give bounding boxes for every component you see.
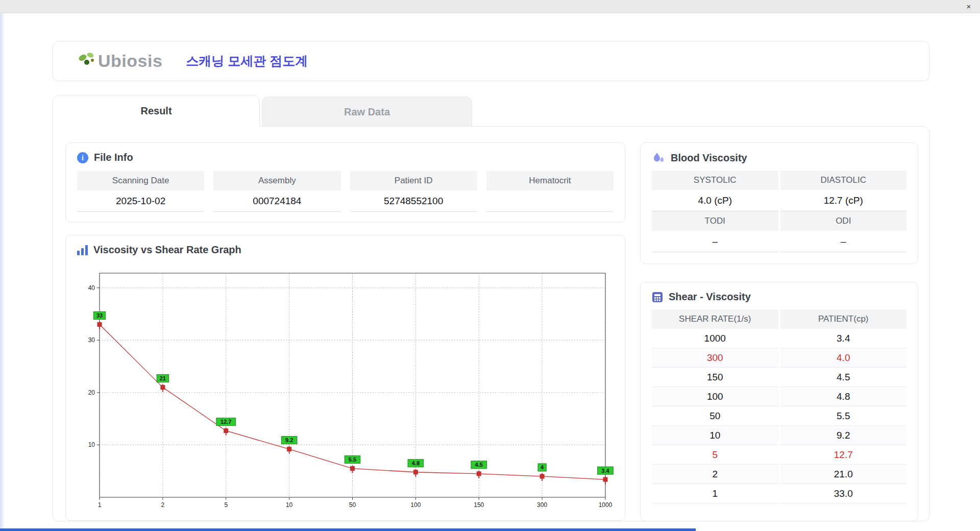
column-patient: PATIENT(cp) — [780, 309, 907, 329]
svg-text:3.4: 3.4 — [601, 468, 609, 474]
svg-text:4.8: 4.8 — [412, 460, 420, 466]
svg-text:30: 30 — [88, 336, 95, 344]
svg-text:300: 300 — [537, 501, 547, 509]
patient-cell: 4.5 — [780, 368, 907, 387]
tab-result[interactable]: Result — [53, 95, 260, 127]
svg-text:2: 2 — [161, 501, 165, 509]
svg-text:9.2: 9.2 — [285, 437, 293, 443]
shear-viscosity-title: Shear - Viscosity — [669, 291, 751, 303]
table-row: 1 33.0 — [652, 484, 906, 503]
shear-rate-cell: 5 — [652, 445, 778, 465]
close-button[interactable]: × — [962, 0, 976, 13]
shear-rate-cell: 10 — [652, 426, 778, 445]
shear-viscosity-header: Shear - Viscosity — [641, 282, 918, 307]
field-scanning-date: Scanning Date 2025-10-02 — [77, 171, 204, 212]
table-row: 2 21.0 — [652, 465, 906, 484]
svg-text:5: 5 — [224, 501, 228, 509]
graph-card: Viscosity vs Shear Rate Graph 1251050100… — [65, 235, 625, 521]
shear-table-body: 1000 3.4 300 4.0 150 4.5 100 4.8 50 5.5 … — [652, 329, 906, 503]
field-value: 52748552100 — [350, 190, 477, 212]
shear-rate-cell: 150 — [652, 368, 778, 387]
table-row: 10 9.2 — [652, 426, 906, 445]
shear-rate-cell: 1 — [652, 484, 778, 503]
logo-leaf-icon — [77, 51, 100, 71]
svg-text:21: 21 — [160, 375, 166, 381]
shear-rate-cell: 300 — [652, 348, 778, 368]
svg-text:1000: 1000 — [599, 501, 612, 509]
graph-title: Viscosity vs Shear Rate Graph — [93, 244, 241, 256]
bv-value-todi: – — [652, 231, 778, 252]
window-bottom-edge — [0, 528, 696, 531]
ubiosis-logo: Ubiosis — [77, 51, 162, 71]
svg-text:4: 4 — [541, 464, 544, 470]
field-label: Assembly — [213, 171, 340, 190]
table-row: 300 4.0 — [652, 348, 906, 368]
app-title: 스캐닝 모세관 점도계 — [186, 53, 308, 69]
shear-viscosity-card: Shear - Viscosity SHEAR RATE(1/s) PATIEN… — [640, 282, 918, 521]
blood-viscosity-card: Blood Viscosity SYSTOLIC DIASTOLIC 4.0 (… — [640, 142, 918, 264]
table-row: 150 4.5 — [652, 368, 906, 387]
bv-value-systolic: 4.0 (cP) — [652, 190, 778, 211]
bv-value-odi: – — [780, 231, 907, 252]
tab-result-label: Result — [140, 105, 172, 117]
svg-text:50: 50 — [349, 501, 356, 509]
tab-raw-data[interactable]: Raw Data — [262, 96, 472, 127]
bv-header-todi: TODI — [652, 211, 778, 231]
bv-header-odi: ODI — [780, 211, 907, 231]
svg-text:40: 40 — [88, 284, 95, 292]
file-info-title: File Info — [94, 152, 133, 163]
shear-rate-cell: 1000 — [652, 329, 778, 348]
droplet-icon — [652, 152, 665, 164]
tab-raw-data-label: Raw Data — [344, 106, 390, 118]
patient-cell: 12.7 — [780, 445, 907, 465]
file-info-fields: Scanning Date 2025-10-02 Assembly 000724… — [77, 171, 614, 212]
blood-viscosity-table: SYSTOLIC DIASTOLIC 4.0 (cP) 12.7 (cP) TO… — [652, 171, 906, 252]
window-titlebar: × — [0, 0, 980, 13]
svg-text:1: 1 — [98, 501, 102, 509]
file-info-card: i File Info Scanning Date 2025-10-02 Ass… — [65, 142, 625, 223]
shear-table-header: SHEAR RATE(1/s) PATIENT(cp) — [652, 309, 906, 329]
field-label: Patient ID — [350, 171, 477, 190]
field-label: Hematocrit — [486, 171, 614, 190]
file-info-header: i File Info — [66, 143, 625, 168]
column-shear-rate: SHEAR RATE(1/s) — [652, 309, 778, 329]
table-row: 100 4.8 — [652, 387, 906, 406]
patient-cell: 3.4 — [780, 329, 907, 348]
blood-viscosity-title: Blood Viscosity — [671, 152, 747, 164]
viscosity-chart: 1251050100150300100010203040332112.79.25… — [80, 267, 622, 513]
field-hematocrit: Hematocrit — [486, 171, 614, 212]
table-row: 50 5.5 — [652, 406, 906, 426]
desktop-edge-strip — [0, 13, 4, 531]
patient-cell: 4.0 — [780, 348, 907, 368]
svg-text:12.7: 12.7 — [220, 419, 231, 425]
shear-rate-cell: 2 — [652, 465, 778, 484]
patient-cell: 33.0 — [780, 484, 907, 503]
patient-cell: 21.0 — [780, 465, 907, 484]
shear-rate-cell: 100 — [652, 387, 778, 406]
svg-text:5.5: 5.5 — [349, 456, 356, 463]
svg-text:10: 10 — [88, 441, 95, 448]
bar-chart-icon — [77, 245, 88, 255]
svg-text:33: 33 — [96, 312, 103, 319]
bv-header-systolic: SYSTOLIC — [652, 171, 778, 190]
svg-text:4.5: 4.5 — [475, 462, 483, 468]
patient-cell: 9.2 — [780, 426, 907, 445]
field-value — [486, 190, 614, 212]
field-assembly: Assembly 000724184 — [213, 171, 340, 212]
shear-rate-cell: 50 — [652, 406, 778, 426]
app-header-card: Ubiosis 스캐닝 모세관 점도계 — [53, 41, 929, 81]
patient-cell: 4.8 — [780, 387, 907, 406]
field-patient-id: Patient ID 52748552100 — [350, 171, 477, 212]
svg-text:150: 150 — [474, 501, 484, 509]
result-panel: i File Info Scanning Date 2025-10-02 Ass… — [53, 126, 929, 521]
close-icon: × — [967, 2, 971, 11]
patient-cell: 5.5 — [780, 406, 907, 426]
graph-header: Viscosity vs Shear Rate Graph — [66, 235, 625, 260]
svg-text:20: 20 — [88, 389, 95, 396]
table-row: 5 12.7 — [652, 445, 906, 465]
bv-header-diastolic: DIASTOLIC — [780, 171, 907, 190]
field-label: Scanning Date — [77, 171, 204, 190]
field-value: 2025-10-02 — [77, 190, 204, 212]
logo-text: Ubiosis — [98, 51, 162, 71]
svg-text:100: 100 — [410, 501, 421, 509]
